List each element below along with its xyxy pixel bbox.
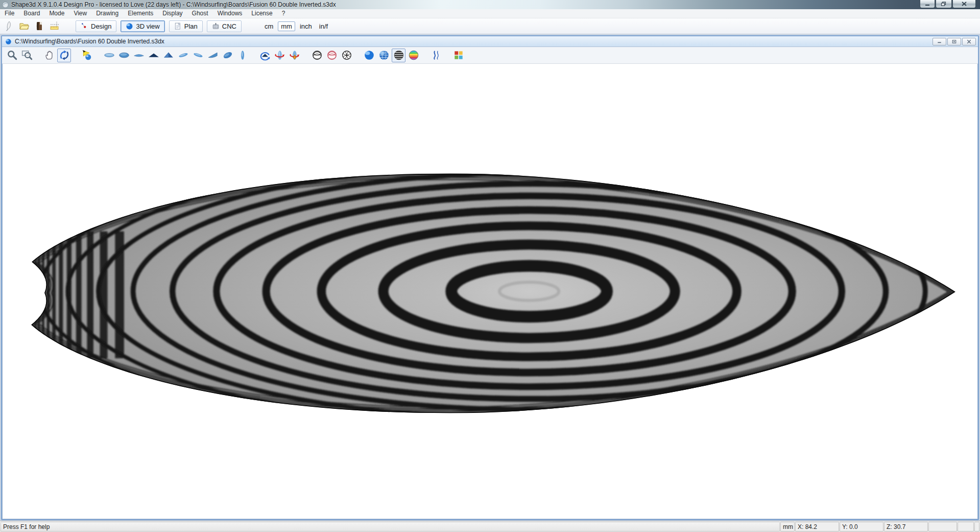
front-view-button[interactable] (147, 49, 160, 62)
file-tool-group (0, 19, 61, 33)
wireframe-red-sphere-button[interactable] (325, 49, 339, 62)
deck-view-icon (133, 50, 145, 61)
mode-button-label: 3D view (136, 22, 159, 30)
side-view-icon (237, 50, 248, 61)
perspective-view-icon (163, 50, 174, 61)
menu-file[interactable]: File (0, 9, 19, 18)
wireframe-red-sphere-icon (326, 50, 338, 61)
document-restore-button[interactable] (947, 38, 961, 45)
perspective-view-button[interactable] (161, 49, 175, 62)
viewport-3d[interactable] (2, 64, 978, 519)
unit-cm[interactable]: cm (262, 22, 276, 31)
title-bar[interactable]: Shape3d X 9.1.0.4 Design Pro - licensed … (0, 0, 980, 9)
status-z: Z: 30.7 (884, 522, 928, 531)
plan-button[interactable]: Plan (169, 20, 203, 32)
unit-in-f[interactable]: in/f (317, 22, 330, 31)
wedge-view-icon (207, 50, 219, 61)
menu-help[interactable]: ? (277, 9, 290, 18)
wireframe-sphere-icon (312, 50, 323, 61)
document-window-controls (931, 38, 976, 45)
menu-windows[interactable]: Windows (213, 9, 247, 18)
status-x: X: 84.2 (795, 522, 839, 531)
mode-button-label: CNC (222, 22, 236, 30)
pointer-light-button[interactable] (80, 49, 93, 62)
menu-bar: FileBoardModeViewDrawingElementsDisplayG… (0, 9, 980, 18)
save-icon (34, 21, 44, 31)
document-minimize-button[interactable] (933, 38, 946, 45)
solid-sphere-button[interactable] (362, 49, 376, 62)
tilt-left-view-icon (178, 50, 189, 61)
spin-horizontal-button[interactable] (273, 49, 286, 62)
status-unit: mm (780, 522, 795, 531)
cnc-button[interactable]: CNC (207, 20, 242, 32)
zoom-button[interactable] (5, 49, 19, 62)
pan-button[interactable] (42, 49, 56, 62)
rotate-3d-button[interactable] (57, 49, 71, 62)
menu-display[interactable]: Display (158, 9, 187, 18)
menu-board[interactable]: Board (19, 9, 44, 18)
design-mode-icon (81, 22, 88, 30)
save-button[interactable] (32, 19, 46, 33)
curvature-sphere-icon (408, 50, 419, 61)
tool-group (362, 49, 421, 62)
outline-view-button[interactable] (102, 49, 116, 62)
open-icon (19, 21, 29, 31)
zoom-window-button[interactable] (20, 49, 34, 62)
unit-mm[interactable]: mm (278, 21, 295, 31)
leaf-view-button[interactable] (221, 49, 234, 62)
tool-group (42, 49, 72, 62)
wedge-view-button[interactable] (206, 49, 220, 62)
spin-horizontal-icon (274, 50, 285, 61)
textured-sphere-button[interactable] (377, 49, 391, 62)
menu-view[interactable]: View (69, 9, 91, 18)
3d-view-button[interactable]: 3D view (121, 20, 164, 32)
new-icon (4, 21, 14, 31)
mesh-sphere-button[interactable] (340, 49, 353, 62)
document-title-bar[interactable]: C:\Windsurfing\Boards\Fusion 60 Double I… (2, 36, 978, 47)
view-toolbar (2, 47, 978, 64)
tilt-right-view-button[interactable] (191, 49, 205, 62)
new-button[interactable] (2, 19, 15, 33)
menu-drawing[interactable]: Drawing (91, 9, 123, 18)
mesh-sphere-icon (341, 50, 352, 61)
colors-button[interactable] (451, 49, 465, 62)
plan-icon (174, 22, 182, 30)
rotate-object-icon (259, 50, 271, 61)
tool-group (258, 49, 302, 62)
outline-filled-view-button[interactable] (117, 49, 131, 62)
wireframe-sphere-button[interactable] (310, 49, 324, 62)
menu-ghost[interactable]: Ghost (187, 9, 213, 18)
tilt-left-view-button[interactable] (176, 49, 190, 62)
tool-group (310, 49, 354, 62)
zoom-window-icon (21, 50, 33, 61)
status-empty-1 (928, 522, 957, 531)
unit-group: cmmminchin/f (262, 21, 332, 31)
slices-button[interactable] (429, 49, 443, 62)
side-view-button[interactable] (235, 49, 249, 62)
menu-license[interactable]: License (247, 9, 277, 18)
measure-button[interactable] (47, 19, 61, 33)
front-view-icon (148, 50, 159, 61)
restore-button[interactable] (936, 0, 952, 8)
status-bar: Press F1 for help mmX: 84.2Y: 0.0Z: 30.7 (0, 521, 980, 532)
deck-view-button[interactable] (132, 49, 146, 62)
mode-button-label: Plan (184, 22, 198, 30)
window-title: Shape3d X 9.1.0.4 Design Pro - licensed … (11, 0, 336, 9)
unit-inch[interactable]: inch (297, 22, 315, 31)
close-button[interactable] (952, 0, 976, 8)
document-icon (5, 38, 12, 45)
status-empty-3 (974, 522, 979, 531)
tool-group (429, 49, 444, 62)
minimize-button[interactable] (920, 0, 935, 8)
menu-elements[interactable]: Elements (123, 9, 158, 18)
rotate-object-button[interactable] (258, 49, 272, 62)
board-zebra-render (3, 64, 977, 519)
document-close-button[interactable] (962, 38, 976, 45)
open-button[interactable] (17, 19, 31, 33)
zebra-sphere-button[interactable] (392, 49, 405, 62)
design-button[interactable]: Design (76, 20, 116, 32)
menu-mode[interactable]: Mode (44, 9, 69, 18)
curvature-sphere-button[interactable] (407, 49, 420, 62)
document-window: C:\Windsurfing\Boards\Fusion 60 Double I… (1, 35, 979, 520)
spin-vertical-button[interactable] (288, 49, 301, 62)
